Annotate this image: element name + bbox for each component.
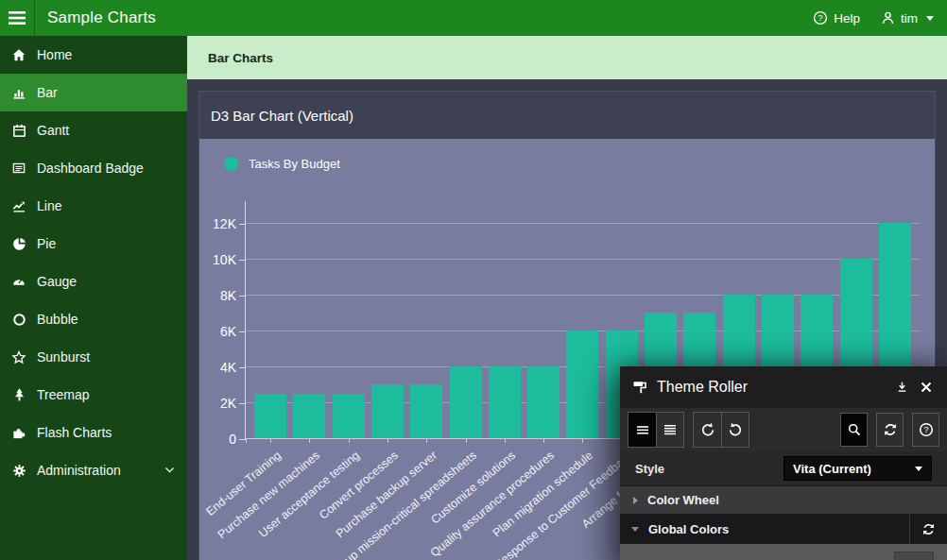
gridline bbox=[246, 223, 920, 224]
bar[interactable] bbox=[333, 394, 365, 439]
user-menu-button[interactable]: tim bbox=[881, 10, 934, 25]
hamburger-icon bbox=[9, 11, 26, 25]
sidebar-item-dashboard-badge[interactable]: Dashboard Badge bbox=[0, 149, 187, 187]
chevron-down-icon bbox=[164, 464, 176, 476]
menu-toggle-button[interactable] bbox=[0, 0, 35, 36]
sidebar-item-line[interactable]: Line bbox=[0, 187, 187, 225]
gridline bbox=[246, 259, 920, 260]
section-color-wheel[interactable]: Color Wheel bbox=[620, 485, 947, 514]
redo-icon bbox=[728, 422, 743, 437]
sidebar-item-label: Sunburst bbox=[37, 349, 90, 365]
menu-compact-button[interactable] bbox=[628, 413, 656, 447]
bar-chart-icon bbox=[9, 85, 28, 100]
help-label: Help bbox=[834, 11, 860, 25]
x-axis-origin-tick bbox=[246, 438, 247, 443]
redo-button[interactable] bbox=[721, 413, 749, 447]
top-app-bar: Sample Charts ? Help tim bbox=[0, 0, 947, 36]
chart-card-title: D3 Bar Chart (Vertical) bbox=[199, 92, 935, 139]
undo-icon bbox=[700, 422, 715, 437]
sidebar-item-gauge[interactable]: Gauge bbox=[0, 263, 187, 300]
y-axis-label: 4K bbox=[199, 360, 236, 375]
search-button[interactable] bbox=[840, 413, 868, 447]
refresh-button[interactable] bbox=[876, 413, 904, 447]
help-button[interactable]: ? bbox=[912, 413, 939, 447]
chevron-down-icon bbox=[631, 527, 639, 532]
home-icon bbox=[9, 47, 28, 62]
x-axis-tick bbox=[505, 438, 506, 443]
undo-button[interactable] bbox=[694, 413, 721, 447]
sidebar-item-gantt[interactable]: Gantt bbox=[0, 111, 187, 149]
legend-item[interactable]: Tasks By Budget bbox=[224, 157, 340, 171]
x-axis-tick bbox=[309, 438, 310, 443]
sidebar-item-label: Administration bbox=[37, 463, 121, 478]
bar[interactable] bbox=[254, 394, 286, 439]
x-axis-tick bbox=[349, 438, 350, 443]
sidebar-item-home[interactable]: Home bbox=[0, 36, 187, 74]
treemap-icon bbox=[9, 387, 28, 402]
toolbar-button-group bbox=[693, 412, 749, 448]
legend-label: Tasks By Budget bbox=[249, 157, 340, 171]
bar[interactable] bbox=[527, 366, 560, 438]
lines-3-icon bbox=[635, 422, 650, 437]
bar[interactable] bbox=[450, 366, 482, 438]
svg-text:?: ? bbox=[818, 12, 823, 23]
close-icon bbox=[921, 382, 932, 393]
style-row: Style Vita (Current) bbox=[620, 451, 947, 485]
x-axis-tick bbox=[543, 438, 544, 443]
administration-gear-icon bbox=[9, 463, 28, 478]
sidebar-item-label: Flash Charts bbox=[37, 425, 112, 440]
page-title: Bar Charts bbox=[208, 51, 273, 65]
style-select[interactable]: Vita (Current) bbox=[783, 456, 932, 481]
sidebar-item-administration[interactable]: Administration bbox=[0, 451, 187, 489]
sidebar-item-bar[interactable]: Bar bbox=[0, 74, 187, 111]
y-axis-tick bbox=[239, 224, 246, 225]
svg-text:?: ? bbox=[923, 424, 928, 434]
sidebar-item-flash-charts[interactable]: Flash Charts bbox=[0, 414, 187, 451]
y-axis-label: 0 bbox=[199, 432, 236, 447]
toolbar-button-group bbox=[628, 412, 684, 448]
section-global-colors[interactable]: Global Colors bbox=[620, 514, 947, 544]
bubble-chart-icon bbox=[9, 312, 28, 327]
global-colors-reset-button[interactable] bbox=[909, 515, 947, 544]
sidebar-item-treemap[interactable]: Treemap bbox=[0, 376, 187, 414]
sidebar-item-sunburst[interactable]: Sunburst bbox=[0, 338, 187, 376]
chevron-down-icon bbox=[926, 16, 934, 21]
menu-detailed-button[interactable] bbox=[656, 413, 683, 447]
close-button[interactable] bbox=[918, 380, 935, 395]
y-axis-label: 2K bbox=[199, 396, 236, 411]
y-axis-tick bbox=[239, 331, 246, 332]
x-axis-tick bbox=[387, 438, 388, 443]
color-swatch-button[interactable] bbox=[894, 552, 934, 560]
bar[interactable] bbox=[566, 331, 598, 438]
bar[interactable] bbox=[293, 394, 325, 439]
theme-roller-header[interactable]: Theme Roller bbox=[620, 366, 947, 408]
gauge-icon bbox=[9, 274, 28, 289]
user-name: tim bbox=[901, 11, 918, 25]
x-axis-tick bbox=[270, 438, 271, 443]
style-label: Style bbox=[635, 462, 664, 476]
sidebar-item-label: Bubble bbox=[37, 312, 78, 327]
y-axis-label: 12K bbox=[199, 216, 236, 231]
y-axis-label: 8K bbox=[199, 288, 236, 303]
theme-roller-body bbox=[620, 544, 947, 560]
sidebar-nav: HomeBarGanttDashboard BadgeLinePieGaugeB… bbox=[0, 36, 187, 560]
sidebar-item-bubble[interactable]: Bubble bbox=[0, 300, 187, 338]
theme-roller-title: Theme Roller bbox=[657, 379, 893, 396]
bar[interactable] bbox=[410, 384, 442, 438]
y-axis-label: 6K bbox=[199, 324, 236, 339]
y-axis-label: 10K bbox=[199, 252, 236, 267]
help-button[interactable]: ? Help bbox=[813, 10, 860, 25]
y-axis-tick bbox=[239, 296, 246, 297]
bar[interactable] bbox=[489, 366, 521, 438]
y-axis-tick bbox=[239, 367, 246, 368]
sync-icon bbox=[883, 422, 898, 437]
help-circle-icon: ? bbox=[813, 10, 828, 25]
sidebar-item-label: Pie bbox=[37, 236, 56, 251]
sidebar-item-label: Home bbox=[37, 47, 72, 62]
download-button[interactable] bbox=[893, 380, 910, 395]
page-header: Bar Charts bbox=[187, 36, 947, 79]
chevron-right-icon bbox=[633, 497, 638, 504]
sidebar-item-pie[interactable]: Pie bbox=[0, 225, 187, 263]
bar[interactable] bbox=[371, 384, 404, 438]
sync-icon bbox=[921, 522, 936, 536]
